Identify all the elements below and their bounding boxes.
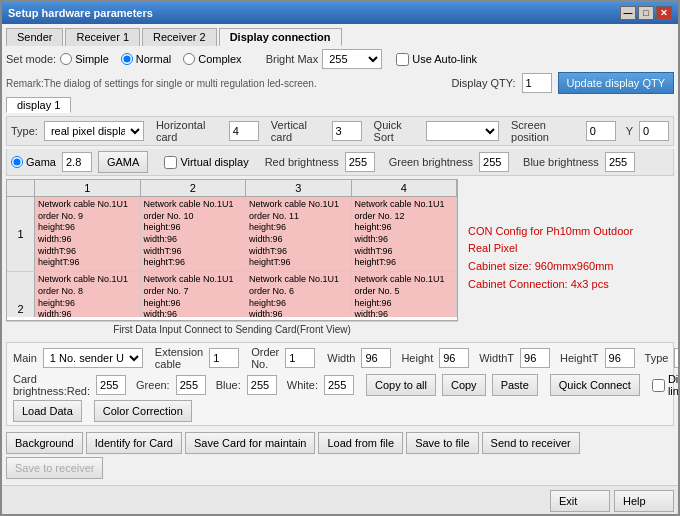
type-select[interactable]: real pixel display [44,121,144,141]
copy-button[interactable]: Copy [442,374,486,396]
type-input[interactable] [674,348,678,368]
close-button[interactable]: ✕ [656,6,672,20]
quick-sort-select[interactable] [426,121,499,141]
heightT-input[interactable] [605,348,635,368]
main-tabs: Sender Receiver 1 Receiver 2 Display con… [6,28,674,46]
set-mode-label: Set mode: [6,53,56,65]
display-qty-label: Display QTY: [451,77,515,89]
bright-max-select[interactable]: 255 [322,49,382,69]
quick-connect-button[interactable]: Quick Connect [550,374,640,396]
red-card-input[interactable] [96,375,126,395]
main-window: Setup hardware parameters — □ ✕ Sender R… [0,0,680,516]
tab-receiver1[interactable]: Receiver 1 [65,28,140,46]
row-number: 2 [7,272,35,317]
green-brightness-value[interactable] [479,152,509,172]
sub-tab-display1[interactable]: display 1 [6,97,71,113]
info-line3: Cabinet size: 960mmx960mm [468,258,670,276]
caption-row: First Data Input Connect to Sending Card… [6,321,458,337]
gama-checkbox[interactable]: Gama [11,156,56,168]
grid-area[interactable]: 1 2 3 4 1Network cable No.1U1 order No. … [6,179,458,321]
info-panel: CON Config for Ph10mm Outdoor Real Pixel… [464,179,674,337]
save-card-for-maintain-button[interactable]: Save Card for maintain [185,432,316,454]
row-number: 1 [7,197,35,271]
vertical-label: Vertical card [271,119,326,143]
update-display-qty-button[interactable]: Update display QTY [558,72,674,94]
widthT-label: WidthT [479,352,514,364]
grid-cell[interactable]: Network cable No.1U1 order No. 7 height:… [141,272,247,317]
horizontal-value[interactable] [229,121,259,141]
virtual-display-checkbox[interactable]: Virtual display [164,156,248,169]
vertical-value[interactable] [332,121,362,141]
height-input[interactable] [439,348,469,368]
radio-normal[interactable]: Normal [121,53,171,65]
grid-cell[interactable]: Network cable No.1U1 order No. 10 height… [141,197,247,271]
screen-position-label: Screen position [511,119,580,143]
red-brightness-value[interactable] [345,152,375,172]
order-input[interactable] [285,348,315,368]
save-to-receiver-button[interactable]: Save to receiver [6,457,103,479]
grid-cell[interactable]: Network cable No.1U1 order No. 8 height:… [35,272,141,317]
load-from-file-button[interactable]: Load from file [318,432,403,454]
green-card-input[interactable] [176,375,206,395]
grid-cell[interactable]: Network cable No.1U1 order No. 9 height:… [35,197,141,271]
blue-card-input[interactable] [247,375,277,395]
widthT-input[interactable] [520,348,550,368]
table-row[interactable]: 1Network cable No.1U1 order No. 9 height… [7,197,457,272]
radio-simple[interactable]: Simple [60,53,109,65]
load-data-button[interactable]: Load Data [13,400,82,422]
grid-cell[interactable]: Network cable No.1U1 order No. 11 height… [246,197,352,271]
paste-button[interactable]: Paste [492,374,538,396]
grid-cell[interactable]: Network cable No.1U1 order No. 12 height… [352,197,458,271]
extension-label: Extension cable [155,346,203,370]
bright-max-label: Bright Max [266,53,319,65]
grid-col-2: 2 [141,180,247,196]
exit-button[interactable]: Exit [550,490,610,512]
grid-cell[interactable]: Network cable No.1U1 order No. 6 height:… [246,272,352,317]
tab-display-connection[interactable]: Display connection [219,28,342,46]
width-input[interactable] [361,348,391,368]
params-row3: Load Data Color Correction [13,400,667,422]
minimize-button[interactable]: — [620,6,636,20]
horizontal-label: Horizontal card [156,119,223,143]
gama-button[interactable]: GAMA [98,151,148,173]
main-area: 1 2 3 4 1Network cable No.1U1 order No. … [6,179,674,337]
color-correction-button[interactable]: Color Correction [94,400,192,422]
screen-position-x[interactable] [586,121,616,141]
info-line4: Cabinet Connection: 4x3 pcs [468,276,670,294]
display-qty-input[interactable] [522,73,552,93]
grid-cell[interactable]: Network cable No.1U1 order No. 5 height:… [352,272,458,317]
grid-col-3: 3 [246,180,352,196]
radio-complex[interactable]: Complex [183,53,241,65]
background-button[interactable]: Background [6,432,83,454]
help-button[interactable]: Help [614,490,674,512]
extension-input[interactable] [209,348,239,368]
maximize-button[interactable]: □ [638,6,654,20]
save-to-file-button[interactable]: Save to file [406,432,478,454]
display-link-checkbox[interactable]: Display link [652,373,678,397]
white-card-input[interactable] [324,375,354,395]
use-auto-link-checkbox[interactable]: Use Auto-link [396,53,477,66]
gama-row: Gama GAMA Virtual display Red brightness… [6,149,674,176]
title-bar: Setup hardware parameters — □ ✕ [2,2,678,24]
send-to-receiver-button[interactable]: Send to receiver [482,432,580,454]
identify-for-card-button[interactable]: Identify for Card [86,432,182,454]
blue-card-label: Blue: [216,379,241,391]
blue-brightness-value[interactable] [605,152,635,172]
grid-body[interactable]: 1Network cable No.1U1 order No. 9 height… [7,197,457,317]
main-select[interactable]: 1 No. sender U cat [43,348,143,368]
grid-col-4: 4 [352,180,458,196]
blue-brightness-label: Blue brightness [523,156,599,168]
tab-receiver2[interactable]: Receiver 2 [142,28,217,46]
grid-header: 1 2 3 4 [7,180,457,197]
white-label: White: [287,379,318,391]
final-buttons: Exit Help [2,485,678,514]
screen-position-y[interactable] [639,121,669,141]
type-row: Type: real pixel display Horizontal card… [6,116,674,146]
table-row[interactable]: 2Network cable No.1U1 order No. 8 height… [7,272,457,317]
gama-value[interactable] [62,152,92,172]
tab-sender[interactable]: Sender [6,28,63,46]
copy-to-all-button[interactable]: Copy to all [366,374,436,396]
heightT-label: HeightT [560,352,599,364]
set-mode-row: Set mode: Simple Normal Complex Bright M… [6,49,674,69]
quick-sort-label: Quick Sort [374,119,420,143]
